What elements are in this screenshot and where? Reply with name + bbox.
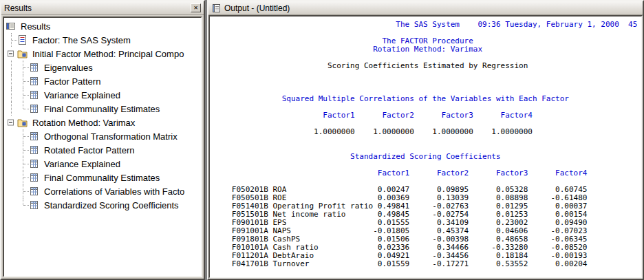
tree-item[interactable]: Rotation Method: Varimax bbox=[6, 116, 201, 129]
tree-guide bbox=[17, 61, 29, 74]
output-line bbox=[218, 78, 641, 87]
tree-item-label: Standardized Scoring Coefficients bbox=[43, 200, 180, 211]
tree-guide bbox=[6, 184, 17, 198]
close-button[interactable]: ✕ bbox=[191, 3, 201, 12]
tree-guide bbox=[6, 33, 17, 47]
tree-guide bbox=[17, 102, 29, 116]
output-line: F041701B Turnover 0.01559 -0.17271 0.535… bbox=[218, 260, 641, 268]
tree-item[interactable]: Variance Explained bbox=[6, 88, 201, 102]
output-window: Output - (Untitled) The SAS System 09:36… bbox=[207, 0, 644, 280]
output-line: Factor1 Factor2 Factor3 Factor4 bbox=[218, 169, 641, 177]
tree-guide bbox=[6, 61, 17, 74]
tree-guide bbox=[6, 171, 17, 184]
results-window: Results ✕ ResultsFactor: The SAS SystemI… bbox=[0, 0, 205, 280]
output-line: 1.0000000 1.0000000 1.0000000 1.0000000 bbox=[218, 128, 641, 136]
folder-icon bbox=[17, 49, 29, 59]
table-icon bbox=[29, 63, 41, 73]
tree-item[interactable]: Final Communality Estimates bbox=[6, 102, 201, 116]
tree-guide bbox=[17, 88, 29, 102]
tree-guide bbox=[17, 157, 29, 171]
tree-item-label: Variance Explained bbox=[43, 159, 122, 169]
tree-guide bbox=[6, 198, 17, 212]
tree-guide bbox=[6, 102, 17, 116]
tree-guide bbox=[6, 143, 17, 157]
tree-item[interactable]: Correlations of Variables with Facto bbox=[6, 184, 201, 198]
output-window-icon bbox=[211, 3, 222, 13]
output-line: Rotation Method: Varimax bbox=[218, 45, 641, 54]
tree-expander-minus[interactable] bbox=[8, 120, 14, 126]
sas-workspace: Results ✕ ResultsFactor: The SAS SystemI… bbox=[0, 0, 644, 280]
tree-item-label: Rotation Method: Varimax bbox=[31, 118, 136, 128]
tree-item-label: Results bbox=[19, 21, 52, 32]
tree-item[interactable]: Orthogonal Transformation Matrix bbox=[6, 129, 201, 143]
output-window-title: Output - (Untitled) bbox=[224, 3, 640, 13]
tree-item-label: Eigenvalues bbox=[43, 63, 94, 73]
tree-expander-slot bbox=[6, 47, 17, 61]
output-line: The SAS System 09:36 Tuesday, February 1… bbox=[218, 21, 641, 29]
output-line: Standardized Scoring Coefficients bbox=[218, 153, 641, 161]
tree-item-label: Final Communality Estimates bbox=[43, 104, 161, 114]
tree-item-label: Factor: The SAS System bbox=[31, 35, 132, 45]
tree-guide bbox=[6, 74, 17, 88]
tree-item-label: Correlations of Variables with Facto bbox=[43, 186, 186, 197]
table-icon bbox=[29, 104, 41, 114]
tree-item-label: Variance Explained bbox=[43, 90, 122, 100]
tree-guide bbox=[17, 171, 29, 184]
output-line: Scoring Coefficients Estimated by Regres… bbox=[218, 62, 641, 70]
table-icon bbox=[29, 159, 41, 169]
output-line bbox=[218, 136, 641, 144]
tree-item[interactable]: Variance Explained bbox=[6, 157, 201, 171]
tree-item-label: Factor Pattern bbox=[43, 76, 102, 87]
book-icon bbox=[6, 21, 17, 32]
output-line bbox=[218, 70, 641, 78]
tree-guide bbox=[17, 184, 29, 198]
tree-guide bbox=[6, 88, 17, 102]
output-line: Squared Multiple Correlations of the Var… bbox=[218, 95, 641, 103]
tree-item-label: Initial Factor Method: Principal Compo bbox=[31, 49, 185, 59]
table-icon bbox=[29, 173, 41, 183]
output-text: The SAS System 09:36 Tuesday, February 1… bbox=[218, 21, 641, 268]
tree-item[interactable]: Factor Pattern bbox=[6, 74, 201, 88]
tree-item[interactable]: Standardized Scoring Coefficients bbox=[6, 198, 201, 212]
tree-guide bbox=[17, 143, 29, 157]
tree-expander-minus[interactable] bbox=[8, 51, 14, 57]
table-icon bbox=[29, 90, 41, 100]
tree-item[interactable]: Rotated Factor Pattern bbox=[6, 143, 201, 157]
tree-item[interactable]: Factor: The SAS System bbox=[6, 33, 201, 47]
tree-guide bbox=[6, 157, 17, 171]
table-icon bbox=[29, 131, 41, 142]
factor-icon bbox=[17, 35, 29, 45]
tree-item-label: Rotated Factor Pattern bbox=[43, 145, 136, 155]
tree-item-label: Orthogonal Transformation Matrix bbox=[43, 131, 179, 142]
folder-icon bbox=[17, 118, 29, 128]
tree-guide bbox=[17, 198, 29, 212]
table-icon bbox=[29, 200, 41, 211]
tree-item[interactable]: Eigenvalues bbox=[6, 61, 201, 74]
table-icon bbox=[29, 145, 41, 155]
output-line: Factor1 Factor2 Factor3 Factor4 bbox=[218, 111, 641, 120]
tree-item[interactable]: Initial Factor Method: Principal Compo bbox=[6, 47, 201, 61]
results-titlebar[interactable]: Results ✕ bbox=[1, 1, 204, 15]
results-window-title: Results bbox=[4, 3, 188, 13]
tree-item[interactable]: Results bbox=[6, 19, 201, 33]
output-content: The SAS System 09:36 Tuesday, February 1… bbox=[208, 15, 643, 279]
tree-guide bbox=[6, 129, 17, 143]
table-icon bbox=[29, 76, 41, 87]
results-tree: ResultsFactor: The SAS SystemInitial Fac… bbox=[3, 17, 202, 277]
tree-item[interactable]: Final Communality Estimates bbox=[6, 171, 201, 184]
tree-expander-slot bbox=[6, 116, 17, 129]
tree-item-label: Final Communality Estimates bbox=[43, 173, 161, 183]
tree-guide bbox=[17, 74, 29, 88]
table-icon bbox=[29, 186, 41, 197]
output-titlebar[interactable]: Output - (Untitled) bbox=[208, 1, 643, 15]
tree-guide bbox=[17, 129, 29, 143]
